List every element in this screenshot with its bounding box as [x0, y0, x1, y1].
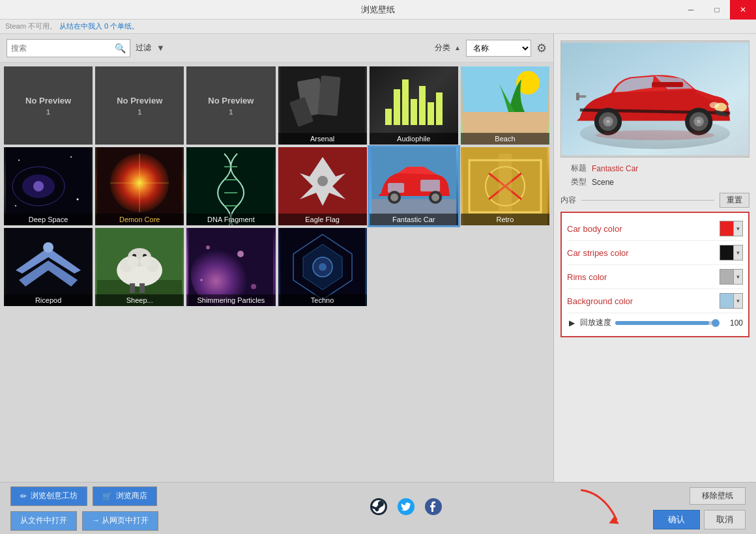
- grid-item-ricepod[interactable]: Ricepod: [4, 228, 93, 306]
- workshop-icon: ✏: [20, 492, 27, 501]
- bottom-right: 移除壁纸 确认 取消: [653, 487, 746, 529]
- svg-point-55: [206, 246, 210, 249]
- grid-item-techno[interactable]: Techno: [278, 228, 367, 306]
- svg-point-14: [15, 205, 16, 206]
- bg-color-picker[interactable]: ▼: [720, 293, 743, 309]
- no-preview-count2: 1: [138, 108, 141, 116]
- rims-color-picker[interactable]: ▼: [720, 269, 743, 285]
- color-dropdown-arrow-body[interactable]: ▼: [733, 221, 742, 236]
- svg-point-13: [77, 199, 79, 201]
- sort-label: 分类: [435, 42, 450, 53]
- grid-item-shimmering[interactable]: Shimmering Particles: [186, 228, 275, 306]
- speed-row: ▶ 回放速度 100: [567, 313, 743, 332]
- color-dropdown-arrow-bg[interactable]: ▼: [733, 294, 742, 308]
- svg-point-10: [33, 181, 44, 191]
- search-box[interactable]: 🔍: [7, 39, 130, 57]
- reset-button[interactable]: 重置: [720, 193, 749, 208]
- car-stripes-color-label: Car stripes color: [567, 248, 720, 258]
- grid-item-beach[interactable]: Beach: [461, 66, 549, 145]
- grid-item-fantastic[interactable]: Fantastic Car: [370, 147, 458, 225]
- car-body-color-picker[interactable]: ▼: [720, 221, 743, 236]
- svg-rect-29: [420, 180, 440, 191]
- speed-slider-fill: [615, 321, 709, 325]
- audio-bars: [385, 83, 443, 128]
- grid-item-eagle[interactable]: Eagle Flag: [278, 147, 367, 225]
- browse-store-button[interactable]: 🛒 浏览商店: [93, 486, 157, 506]
- open-file-label: 从文件中打开: [20, 515, 67, 526]
- grid-item-dna[interactable]: DNA Fragment: [186, 147, 275, 225]
- search-icon[interactable]: 🔍: [115, 43, 126, 53]
- filter-icon[interactable]: ▼: [156, 43, 165, 53]
- speed-slider[interactable]: [615, 321, 720, 325]
- rims-color-row: Rims color ▼: [567, 265, 743, 289]
- arrow-indicator: [570, 483, 630, 534]
- cancel-button[interactable]: 取消: [704, 510, 746, 529]
- svg-point-57: [200, 279, 203, 281]
- color-dropdown-arrow-rims[interactable]: ▼: [733, 270, 742, 284]
- color-dropdown-arrow-stripes[interactable]: ▼: [733, 246, 742, 260]
- rims-color-label: Rims color: [567, 272, 720, 282]
- car-body-color-label: Car body color: [567, 224, 720, 234]
- browse-workshop-button[interactable]: ✏ 浏览创意工坊: [10, 486, 87, 506]
- grid-label-dna: DNA Fragment: [186, 214, 275, 225]
- steam-status: Steam 不可用。: [5, 21, 57, 31]
- filter-label[interactable]: 过滤: [136, 42, 151, 53]
- no-preview-text2: No Preview: [117, 96, 162, 105]
- grid-item-demon-core[interactable]: Demon Core: [95, 147, 184, 225]
- svg-point-72: [697, 120, 701, 124]
- grid-item-audiophile[interactable]: Audiophile: [370, 66, 458, 145]
- close-button[interactable]: ✕: [730, 0, 756, 20]
- grid-item-sheep[interactable]: Sheep...: [95, 228, 184, 306]
- grid-item-no2[interactable]: No Preview 1: [95, 66, 184, 145]
- color-options-box: Car body color ▼ Car stripes color ▼: [560, 212, 749, 337]
- title-row: 标题 Fantastic Car: [560, 163, 749, 174]
- maximize-button[interactable]: □: [704, 0, 730, 20]
- no-preview-count: 1: [46, 108, 50, 116]
- svg-rect-37: [499, 154, 512, 219]
- bg-color-label: Background color: [567, 296, 720, 306]
- settings-button[interactable]: ⚙: [536, 41, 547, 55]
- svg-point-50: [127, 256, 139, 268]
- grid-item-no1[interactable]: No Preview 1: [4, 66, 93, 145]
- grid-item-deep-space[interactable]: Deep Space: [4, 147, 93, 225]
- facebook-icon[interactable]: [424, 498, 443, 520]
- car-stripes-color-swatch: [720, 246, 733, 260]
- speed-value: 100: [723, 318, 743, 328]
- no-preview-text3: No Preview: [208, 96, 254, 105]
- grid-label-deep-space: Deep Space: [4, 214, 93, 225]
- wallpaper-grid: No Preview 1 No Preview 1 No Preview 1: [4, 66, 549, 306]
- car-body-color-swatch: [720, 221, 733, 236]
- content-label: 内容: [560, 195, 576, 206]
- bottom-left: ✏ 浏览创意工坊 🛒 浏览商店 从文件中打开 → 从网页中打开: [10, 486, 158, 531]
- grid-label-retro: Retro: [461, 214, 549, 225]
- open-file-button[interactable]: 从文件中打开: [10, 511, 77, 531]
- car-stripes-color-picker[interactable]: ▼: [720, 245, 743, 260]
- type-value: Scene: [592, 178, 614, 187]
- grid-item-no3[interactable]: No Preview 1: [186, 66, 275, 145]
- speed-play-button[interactable]: ▶: [567, 318, 576, 328]
- bottom-row-1: ✏ 浏览创意工坊 🛒 浏览商店: [10, 486, 158, 506]
- meta-section: 标题 Fantastic Car 类型 Scene: [560, 163, 749, 188]
- car-body-color-row: Car body color ▼: [567, 217, 743, 241]
- audio-bar-1: [385, 109, 392, 125]
- sort-dropdown[interactable]: 名称 日期 评分: [466, 40, 531, 57]
- steam-icon[interactable]: [370, 498, 388, 520]
- grid-label-audiophile: Audiophile: [370, 133, 458, 145]
- steam-action-link[interactable]: 从结在中我入 0 个单纸。: [59, 21, 139, 31]
- type-key: 类型: [560, 176, 587, 188]
- grid-item-arsenal[interactable]: Arsenal: [278, 66, 367, 145]
- svg-point-68: [606, 120, 610, 124]
- search-input[interactable]: [11, 44, 115, 53]
- grid-label-fantastic: Fantastic Car: [370, 214, 458, 225]
- car-stripes-color-row: Car stripes color ▼: [567, 241, 743, 265]
- minimize-button[interactable]: ─: [678, 0, 704, 20]
- confirm-button[interactable]: 确认: [653, 510, 700, 529]
- remove-wallpaper-button[interactable]: 移除壁纸: [690, 487, 746, 505]
- sort-arrow[interactable]: ▲: [454, 44, 461, 51]
- audio-bar-2: [394, 89, 400, 125]
- grid-label-techno: Techno: [278, 294, 367, 306]
- open-web-button[interactable]: → 从网页中打开: [82, 511, 158, 531]
- twitter-icon[interactable]: [397, 498, 415, 520]
- grid-item-retro[interactable]: Retro: [461, 147, 549, 225]
- browse-workshop-label: 浏览创意工坊: [31, 490, 78, 501]
